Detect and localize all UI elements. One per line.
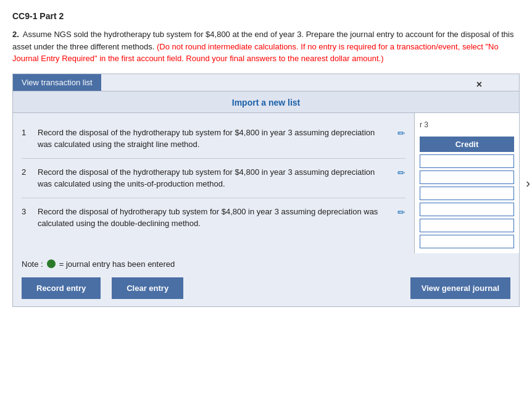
credit-input-1[interactable] xyxy=(420,154,514,168)
r3-label: r 3 xyxy=(415,113,519,132)
record-entry-button[interactable]: Record entry xyxy=(22,277,101,299)
record-text-3: Record the disposal of hydrotherapy tub … xyxy=(38,206,389,230)
note-text: = journal entry has been entered xyxy=(59,259,175,269)
note-label: Note : xyxy=(22,259,43,269)
right-arrow-icon[interactable]: › xyxy=(526,176,530,190)
edit-icon-2[interactable]: ✏ xyxy=(397,167,405,179)
main-panel: View transaction list × Import a new lis… xyxy=(12,74,520,307)
record-num-1: 1 xyxy=(22,128,33,137)
problem-number: 2. xyxy=(12,28,19,41)
edit-icon-3[interactable]: ✏ xyxy=(397,207,405,218)
right-panel: › r 3 Credit xyxy=(414,113,519,253)
page-title: CC9-1 Part 2 xyxy=(12,11,520,21)
credit-header: Credit xyxy=(420,137,514,152)
credit-input-4[interactable] xyxy=(420,203,514,216)
view-transaction-button[interactable]: View transaction list xyxy=(13,74,101,91)
records-area: 1 Record the disposal of the hydrotherap… xyxy=(13,113,519,253)
import-header: Import a new list xyxy=(13,91,519,113)
record-text-1: Record the disposal of the hydrotherapy … xyxy=(38,127,389,151)
record-item: 3 Record the disposal of hydrotherapy tu… xyxy=(22,198,405,237)
top-bar: View transaction list × xyxy=(13,74,519,91)
credit-input-2[interactable] xyxy=(420,170,514,184)
edit-icon-1[interactable]: ✏ xyxy=(397,128,405,139)
record-item: 1 Record the disposal of the hydrotherap… xyxy=(22,119,405,159)
view-general-journal-button[interactable]: View general journal xyxy=(410,277,510,299)
credit-input-3[interactable] xyxy=(420,187,514,200)
record-text-2: Record the disposal of the hydrotherapy … xyxy=(38,166,389,190)
record-num-2: 2 xyxy=(22,167,33,177)
note-dot-icon xyxy=(47,259,56,268)
credit-input-5[interactable] xyxy=(420,219,514,232)
credit-fields xyxy=(415,152,519,253)
record-num-3: 3 xyxy=(22,207,33,216)
record-item: 2 Record the disposal of the hydrotherap… xyxy=(22,159,405,198)
records-list: 1 Record the disposal of the hydrotherap… xyxy=(13,113,414,253)
close-button[interactable]: × xyxy=(476,79,482,90)
footer-buttons: Record entry Clear entry View general jo… xyxy=(13,272,519,306)
credit-input-6[interactable] xyxy=(420,235,514,248)
note-row: Note : = journal entry has been entered xyxy=(13,253,519,272)
clear-entry-button[interactable]: Clear entry xyxy=(112,277,183,299)
